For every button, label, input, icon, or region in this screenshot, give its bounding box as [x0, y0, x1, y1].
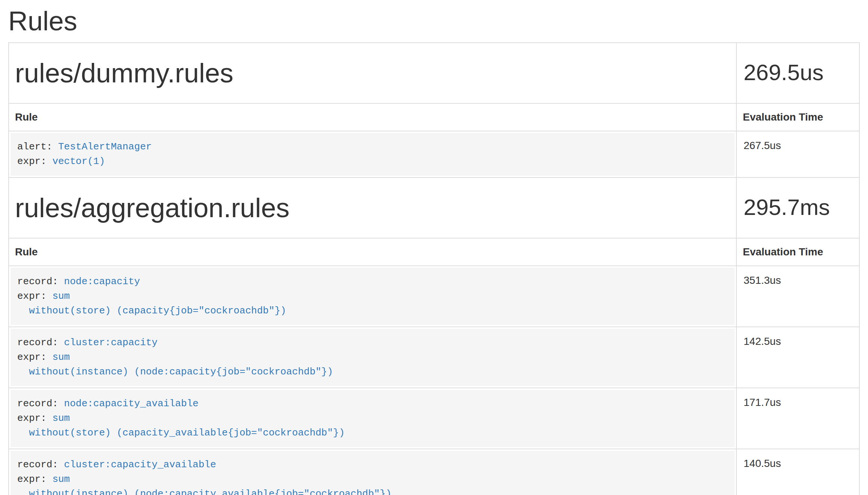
- rule-expr-link[interactable]: sum without(store) (capacity_available{j…: [17, 413, 345, 438]
- rule-row: record: node:capacity expr: sum without(…: [9, 266, 859, 327]
- rule-evaluation-time: 171.7us: [736, 388, 859, 449]
- expr-keyword: expr:: [17, 413, 52, 424]
- evaluation-time-column-header: Evaluation Time: [736, 238, 859, 266]
- rule-cell: alert: TestAlertManager expr: vector(1): [9, 131, 736, 177]
- rule-column-header: Rule: [9, 103, 736, 131]
- rule-expr-link[interactable]: sum without(store) (capacity{job="cockro…: [17, 291, 286, 316]
- rule-group-header-row: rules/dummy.rules 269.5us: [9, 43, 859, 103]
- rule-definition: record: cluster:capacity expr: sum witho…: [10, 329, 735, 386]
- rule-keyword: record:: [17, 337, 64, 348]
- rule-name-link[interactable]: node:capacity_available: [64, 398, 199, 409]
- page-title: Rules: [8, 6, 868, 36]
- rule-cell: record: cluster:capacity_available expr:…: [9, 449, 736, 495]
- rule-evaluation-time: 351.3us: [736, 266, 859, 327]
- rule-keyword: record:: [17, 459, 64, 470]
- rule-row: record: node:capacity_available expr: su…: [9, 388, 859, 449]
- rule-expr-link[interactable]: sum without(instance) (node:capacity{job…: [17, 352, 333, 377]
- rule-row: record: cluster:capacity_available expr:…: [9, 449, 859, 495]
- rule-group-evaluation-time: 295.7ms: [744, 195, 853, 220]
- rule-group-name-cell: rules/aggregation.rules: [9, 177, 736, 238]
- rule-group-evaluation-time: 269.5us: [744, 60, 853, 85]
- rule-expr-link[interactable]: vector(1): [52, 156, 105, 167]
- rule-row: record: cluster:capacity expr: sum witho…: [9, 327, 859, 388]
- rule-definition: record: node:capacity_available expr: su…: [10, 390, 735, 447]
- rule-definition: record: node:capacity expr: sum without(…: [10, 268, 735, 325]
- expr-keyword: expr:: [17, 474, 52, 485]
- rule-evaluation-time: 267.5us: [736, 131, 859, 177]
- rule-evaluation-time: 142.5us: [736, 327, 859, 388]
- rule-definition: record: cluster:capacity_available expr:…: [10, 451, 735, 495]
- rule-name-link[interactable]: cluster:capacity_available: [64, 459, 216, 470]
- rule-keyword: record:: [17, 398, 64, 409]
- rule-keyword: record:: [17, 276, 64, 287]
- rules-table: rules/dummy.rules 269.5us Rule Evaluatio…: [8, 42, 860, 495]
- rule-keyword: alert:: [17, 141, 58, 152]
- expr-keyword: expr:: [17, 291, 52, 302]
- rule-group-evaluation-time-cell: 295.7ms: [736, 177, 859, 238]
- rule-evaluation-time: 140.5us: [736, 449, 859, 495]
- rule-definition: alert: TestAlertManager expr: vector(1): [10, 133, 735, 176]
- expr-keyword: expr:: [17, 156, 52, 167]
- rule-column-header: Rule: [9, 238, 736, 266]
- rule-group-name: rules/dummy.rules: [15, 58, 730, 88]
- rule-expr-link[interactable]: sum without(instance) (node:capacity_ava…: [17, 474, 392, 495]
- column-header-row: Rule Evaluation Time: [9, 238, 859, 266]
- column-header-row: Rule Evaluation Time: [9, 103, 859, 131]
- rule-group-header-row: rules/aggregation.rules 295.7ms: [9, 177, 859, 238]
- expr-keyword: expr:: [17, 352, 52, 363]
- rule-name-link[interactable]: node:capacity: [64, 276, 140, 287]
- evaluation-time-column-header: Evaluation Time: [736, 103, 859, 131]
- rule-group-name: rules/aggregation.rules: [15, 193, 730, 223]
- rule-cell: record: node:capacity expr: sum without(…: [9, 266, 736, 327]
- rule-cell: record: node:capacity_available expr: su…: [9, 388, 736, 449]
- rule-group-evaluation-time-cell: 269.5us: [736, 43, 859, 103]
- rule-cell: record: cluster:capacity expr: sum witho…: [9, 327, 736, 388]
- rule-name-link[interactable]: TestAlertManager: [58, 141, 152, 152]
- rule-row: alert: TestAlertManager expr: vector(1) …: [9, 131, 859, 177]
- rule-name-link[interactable]: cluster:capacity: [64, 337, 158, 348]
- rule-group-name-cell: rules/dummy.rules: [9, 43, 736, 103]
